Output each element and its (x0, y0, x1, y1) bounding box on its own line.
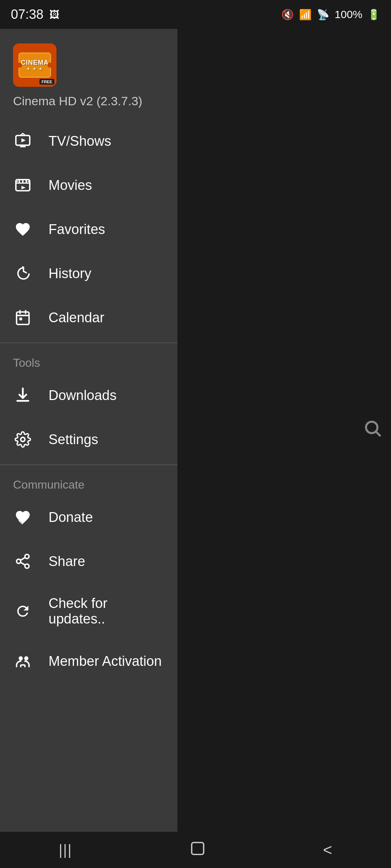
free-badge: FREE (39, 79, 54, 85)
check-updates-label: Check for updates.. (49, 596, 164, 627)
battery-level: 100% (335, 8, 362, 21)
recents-icon: ||| (59, 842, 72, 858)
status-bar: 07:38 🖼 🔇 📶 📡 100% 🔋 (0, 0, 391, 29)
battery-icon: 🔋 (367, 9, 380, 21)
donate-label: Donate (49, 510, 93, 525)
movies-icon (13, 175, 33, 195)
image-icon: 🖼 (49, 9, 59, 21)
settings-label: Settings (49, 432, 98, 447)
nav-favorites[interactable]: Favorites (0, 207, 177, 251)
nav-check-updates[interactable]: Check for updates.. (0, 583, 177, 639)
svg-point-24 (19, 656, 23, 661)
signal-icon: 📡 (317, 9, 329, 21)
svg-line-22 (20, 562, 25, 565)
movies-label: Movies (49, 178, 92, 193)
svg-line-23 (20, 557, 25, 560)
app-logo: CINEMA ★ ★ ★ FREE (13, 43, 56, 87)
nav-tv-shows[interactable]: TV/Shows (0, 119, 177, 163)
logo-cinema-text: CINEMA (21, 59, 49, 67)
nav-share[interactable]: Share (0, 539, 177, 583)
tools-section-header: Tools (0, 346, 177, 373)
nav-movies[interactable]: Movies (0, 163, 177, 207)
tools-divider (0, 342, 177, 343)
members-icon (13, 651, 33, 671)
back-icon: < (323, 841, 332, 859)
member-activation-label: Member Activation (49, 654, 162, 669)
downloads-label: Downloads (49, 388, 117, 403)
svg-point-18 (21, 437, 25, 442)
nav-downloads[interactable]: Downloads (0, 373, 177, 417)
svg-point-25 (24, 656, 28, 661)
nav-history[interactable]: History (0, 251, 177, 295)
downloads-icon (13, 386, 33, 405)
app-full-title: Cinema HD v2 (2.3.7.3) (13, 94, 164, 108)
svg-point-10 (17, 181, 18, 182)
home-icon (190, 843, 206, 859)
history-label: History (49, 266, 91, 281)
donate-icon (13, 507, 33, 527)
svg-point-20 (17, 559, 21, 563)
status-time: 07:38 (11, 7, 43, 22)
favorites-label: Favorites (49, 222, 105, 237)
share-icon (13, 552, 33, 571)
svg-point-19 (25, 554, 29, 559)
svg-line-27 (376, 432, 380, 435)
calendar-label: Calendar (49, 310, 104, 326)
bottom-nav: ||| < (0, 832, 391, 868)
nav-settings[interactable]: Settings (0, 417, 177, 461)
favorites-icon (13, 220, 33, 239)
status-time-group: 07:38 🖼 (11, 7, 59, 22)
svg-rect-12 (17, 312, 29, 325)
share-label: Share (49, 554, 85, 569)
nav-calendar[interactable]: Calendar (0, 295, 177, 340)
back-button[interactable]: < (301, 834, 354, 866)
settings-icon (13, 430, 33, 449)
svg-rect-16 (19, 318, 22, 320)
svg-point-11 (28, 181, 29, 182)
svg-point-21 (25, 564, 29, 569)
svg-marker-3 (21, 138, 26, 142)
svg-marker-9 (21, 186, 26, 190)
nav-donate[interactable]: Donate (0, 495, 177, 539)
svg-rect-28 (192, 842, 203, 854)
status-icons: 🔇 📶 📡 100% 🔋 (281, 8, 380, 21)
recents-button[interactable]: ||| (37, 835, 94, 865)
nav-member-activation[interactable]: Member Activation (0, 639, 177, 683)
drawer: CINEMA ★ ★ ★ FREE Cinema HD v2 (2.3.7.3) (0, 29, 177, 832)
mute-icon: 🔇 (281, 9, 294, 21)
app-header: CINEMA ★ ★ ★ FREE Cinema HD v2 (2.3.7.3) (0, 29, 177, 119)
tv-shows-icon (13, 131, 33, 151)
communicate-section-header: Communicate (0, 468, 177, 495)
tv-shows-label: TV/Shows (49, 133, 111, 149)
home-button[interactable] (168, 833, 227, 867)
main-container: CINEMA ★ ★ ★ FREE Cinema HD v2 (2.3.7.3) (0, 29, 391, 832)
search-button[interactable] (363, 38, 382, 823)
right-panel (177, 29, 391, 832)
calendar-icon (13, 308, 33, 327)
communicate-divider (0, 464, 177, 465)
refresh-icon (13, 601, 33, 621)
wifi-icon: 📶 (299, 9, 312, 21)
history-icon (13, 264, 33, 283)
